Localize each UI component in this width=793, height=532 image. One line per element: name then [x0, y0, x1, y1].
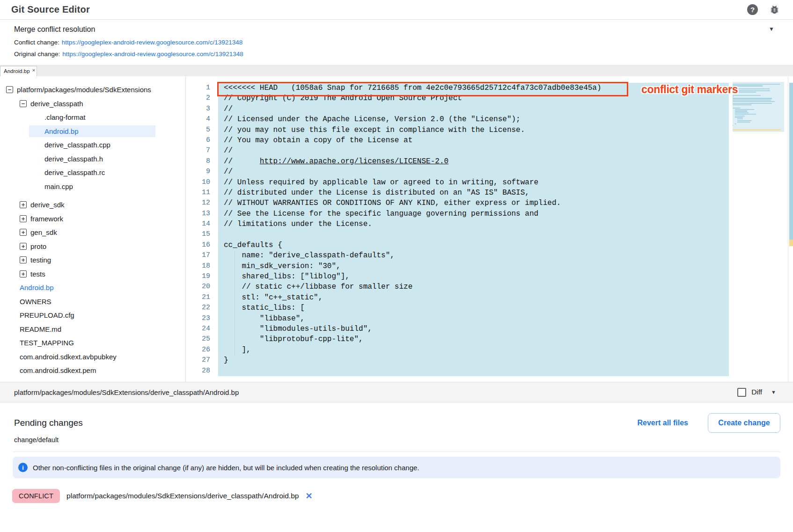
line-number: 10 [186, 177, 212, 188]
code-editor[interactable]: 1234567891011121314151617181920212223242… [186, 76, 793, 382]
tree-item-tests[interactable]: +tests [0, 267, 185, 281]
divider [13, 452, 780, 452]
minimap-line-bar [733, 96, 734, 97]
expand-icon[interactable]: + [20, 243, 27, 250]
tree-item-owners[interactable]: OWNERS [0, 295, 185, 309]
minimap-line-bar [733, 84, 780, 85]
line-number: 25 [186, 334, 212, 344]
create-change-button[interactable]: Create change [708, 413, 780, 433]
diff-caret-icon[interactable]: ▼ [771, 389, 776, 395]
tree-item-main-cpp[interactable]: main.cpp [0, 180, 185, 194]
line-number: 17 [186, 250, 212, 261]
expand-icon[interactable]: + [20, 270, 27, 277]
line-number: 3 [186, 104, 212, 114]
line-number: 15 [186, 229, 212, 240]
code-line-17: name: "derive_classpath-defaults", [224, 250, 602, 261]
minimap-line-bar [735, 117, 743, 118]
tree-item-preupload-cfg[interactable]: PREUPLOAD.cfg [0, 308, 185, 322]
expand-icon[interactable]: + [20, 215, 27, 222]
line-number: 27 [186, 355, 212, 365]
minimap-line-bar [733, 104, 751, 105]
minimap-line-bar [733, 103, 772, 104]
tree-item-derive-sdk[interactable]: +derive_sdk [0, 198, 185, 212]
expand-icon[interactable]: + [20, 201, 27, 208]
expand-icon[interactable]: + [20, 229, 27, 236]
info-banner: i Other non-conflicting files in the ori… [13, 457, 780, 478]
code-line-12: // WITHOUT WARRANTIES OR CONDITIONS OF A… [224, 198, 602, 208]
code-line-2: // Copyright (C) 2019 The Android Open S… [224, 93, 602, 103]
expand-icon[interactable]: + [20, 256, 27, 263]
code-text: } [224, 356, 228, 364]
tree-item-derive-classpath-cpp[interactable]: derive_classpath.cpp [0, 138, 185, 152]
tree-item-com-android-sdkext-avbpubkey[interactable]: com.android.sdkext.avbpubkey [0, 350, 185, 364]
pending-header-row: Pending changes Revert all files Create … [0, 413, 793, 433]
collapse-icon[interactable]: − [20, 100, 27, 107]
code-line-23: "libbase", [224, 313, 602, 324]
code-text: name: "derive_classpath-defaults", [224, 251, 395, 260]
collapse-caret-icon[interactable]: ▼ [769, 26, 774, 32]
collapse-icon[interactable]: − [6, 86, 13, 93]
minimap-line-bar [737, 122, 750, 123]
tree-item-derive-classpath-h[interactable]: derive_classpath.h [0, 152, 185, 166]
tree-item-framework[interactable]: +framework [0, 212, 185, 226]
conflict-change-link[interactable]: https://googleplex-android-review.google… [62, 39, 243, 46]
revert-all-files-button[interactable]: Revert all files [638, 419, 689, 427]
tree-item-label: derive_classpath.h [44, 155, 103, 163]
info-banner-text: Other non-conflicting files in the origi… [33, 464, 419, 472]
tree-item-com-android-sdkext-pem[interactable]: com.android.sdkext.pem [0, 364, 185, 378]
scrollbar-changed-marker[interactable] [789, 83, 793, 240]
minimap[interactable] [733, 82, 784, 132]
tab-close-icon[interactable]: × [32, 68, 35, 73]
code-text: // See the License for the specific lang… [224, 210, 538, 218]
tree-item-label: tests [30, 270, 45, 278]
tree-item-platform-packages-modules-sdkextensions[interactable]: −platform/packages/modules/SdkExtensions [0, 83, 185, 97]
tree-item-testing[interactable]: +testing [0, 253, 185, 267]
code-line-14: // limitations under the License. [224, 219, 602, 229]
tree-item-test-mapping[interactable]: TEST_MAPPING [0, 336, 185, 350]
code-line-22: static_libs: [ [224, 303, 602, 313]
code-text: // static c++/libbase for smaller size [224, 283, 412, 291]
tree-item-label: derive_classpath.rc [44, 168, 105, 176]
line-number: 19 [186, 271, 212, 282]
original-change-link[interactable]: https://googleplex-android-review.google… [62, 51, 243, 58]
tree-item-proto[interactable]: +proto [0, 240, 185, 254]
tree-item-android-bp[interactable]: Android.bp [0, 281, 185, 295]
tab-android-bp[interactable]: Android.bp × [0, 66, 37, 77]
header-icons: ? [747, 4, 780, 15]
tree-item-label: testing [30, 256, 51, 264]
code-line-24: "libmodules-utils-build", [224, 324, 602, 334]
tree-item--clang-format[interactable]: .clang-format [0, 110, 185, 124]
minimap-line-bar [735, 123, 736, 124]
code-text: // [224, 157, 260, 166]
code-text: min_sdk_version: "30", [224, 262, 341, 270]
minimap-end-marker [733, 129, 781, 131]
code-text: cc_defaults { [224, 241, 282, 249]
conflict-status-badge: CONFLICT [12, 489, 60, 503]
tree-item-android-bp[interactable]: Android.bp [0, 124, 185, 138]
merge-panel-title: Merge conflict resolution [14, 25, 95, 34]
code-text: "libmodules-utils-build", [224, 325, 372, 333]
code-content[interactable]: <<<<<<< HEAD (1058a6 Snap for 7216685 fr… [224, 83, 602, 376]
line-number: 5 [186, 125, 212, 135]
line-number: 16 [186, 240, 212, 250]
code-line-7: // [224, 146, 602, 156]
diff-checkbox[interactable] [737, 388, 746, 397]
pending-changes-section: Pending changes Revert all files Create … [0, 402, 793, 532]
help-icon[interactable]: ? [747, 4, 758, 15]
bug-report-icon[interactable] [769, 4, 780, 15]
minimap-line-bar [737, 120, 751, 121]
code-line-1: <<<<<<< HEAD (1058a6 Snap for 7216685 fr… [224, 83, 602, 93]
line-number: 21 [186, 292, 212, 303]
tree-item-derive-classpath-rc[interactable]: derive_classpath.rc [0, 166, 185, 180]
pending-changes-title: Pending changes [14, 418, 83, 428]
code-line-19: shared_libs: ["liblog"], [224, 271, 602, 282]
code-line-20: // static c++/libbase for smaller size [224, 282, 602, 292]
code-line-8: // http://www.apache.org/licenses/LICENS… [224, 156, 602, 167]
tree-item-derive-classpath[interactable]: −derive_classpath [0, 97, 185, 111]
remove-file-icon[interactable]: ✕ [305, 492, 312, 500]
tree-item-gen-sdk[interactable]: +gen_sdk [0, 226, 185, 240]
code-url-text: http://www.apache.org/licenses/LICENSE-2… [260, 157, 448, 166]
current-file-path: platform/packages/modules/SdkExtensions/… [14, 388, 239, 396]
tree-item-readme-md[interactable]: README.md [0, 322, 185, 336]
code-text: // [224, 168, 233, 176]
